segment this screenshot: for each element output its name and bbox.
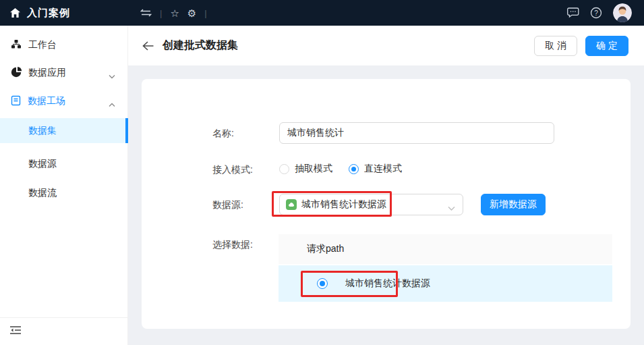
data-table: 请求path 城市销售统计数据源 [279,234,612,302]
sidebar-divider [0,317,127,318]
chevron-down-icon [448,203,455,213]
chevron-up-icon [109,99,115,109]
menu-fold-icon[interactable] [9,325,22,337]
access-mode-label: 接入模式: [212,163,253,176]
sidebar-item-workbench[interactable]: 工作台 [0,37,128,53]
datasource-select[interactable]: 城市销售统计数据源 [279,194,463,215]
sidebar-item-label: 工作台 [28,39,57,51]
table-row[interactable]: 城市销售统计数据源 [279,265,612,302]
cancel-button[interactable]: 取 消 [534,36,577,56]
page-title: 创建批式数据集 [163,38,238,53]
main-area: 创建批式数据集 取 消 确 定 名称: 接入模式: 抽取模式 直连模式 [128,26,644,345]
sidebar-item-label: 数据源 [28,158,57,170]
page-header: 创建批式数据集 取 消 确 定 [128,26,644,65]
gear-icon[interactable]: ⚙ [187,8,196,18]
sidebar-item-data-apps[interactable]: 数据应用 [0,65,128,81]
sidebar-item-datasources[interactable]: 数据源 [0,151,128,176]
sidebar-item-label: 数据集 [28,125,57,137]
app-title: 入门案例 [27,7,70,20]
user-avatar[interactable] [613,3,632,22]
svg-text:?: ? [594,9,598,17]
datasource-type-icon [286,199,297,210]
sidebar-item-label: 数据工场 [28,95,65,107]
form-card: 名称: 接入模式: 抽取模式 直连模式 数据源: 城市销售 [142,79,631,329]
help-icon[interactable]: ? [590,7,602,19]
sidebar-item-label: 数据应用 [28,67,66,79]
list-icon [11,95,21,108]
pie-chart-icon [11,67,22,80]
radio-label: 抽取模式 [295,163,332,175]
row-radio-icon[interactable] [317,278,328,289]
radio-icon[interactable] [279,164,289,174]
name-label: 名称: [212,126,234,140]
radio-direct-mode[interactable]: 直连模式 [349,163,402,175]
sidebar-item-datasets[interactable]: 数据集 [0,118,128,143]
sidebar-item-data-factory[interactable]: 数据工场 [0,93,128,109]
star-icon[interactable]: ☆ [170,8,179,18]
add-datasource-button[interactable]: 新增数据源 [481,194,546,215]
back-arrow-icon[interactable] [142,41,154,51]
table-row-label: 城市销售统计数据源 [345,277,430,290]
radio-label: 直连模式 [364,163,402,175]
divider: | [204,8,206,18]
sidebar: 工作台 数据应用 数据工场 数据集 数据源 数据流 [0,26,128,345]
workbench-icon [11,39,22,51]
table-header-label: 请求path [307,243,344,255]
name-input[interactable] [279,122,554,144]
chat-icon[interactable] [566,7,579,19]
datasource-selected-value: 城市销售统计数据源 [301,198,386,211]
top-bar: 入门案例 | ☆ ⚙ | ? [0,0,644,26]
swap-icon[interactable] [140,8,152,18]
table-header-row: 请求path [279,234,612,265]
divider: | [160,8,162,18]
access-mode-radio-group: 抽取模式 直连模式 [279,163,402,175]
radio-extract-mode[interactable]: 抽取模式 [279,163,332,175]
radio-icon[interactable] [349,164,359,174]
confirm-button[interactable]: 确 定 [585,36,628,56]
content-area: 名称: 接入模式: 抽取模式 直连模式 数据源: 城市销售 [128,65,644,345]
sidebar-item-label: 数据流 [28,187,57,199]
home-icon[interactable] [9,7,21,18]
chevron-down-icon [109,70,115,81]
sidebar-item-dataflows[interactable]: 数据流 [0,180,128,205]
select-data-label: 选择数据: [212,238,253,251]
datasource-label: 数据源: [212,198,243,211]
